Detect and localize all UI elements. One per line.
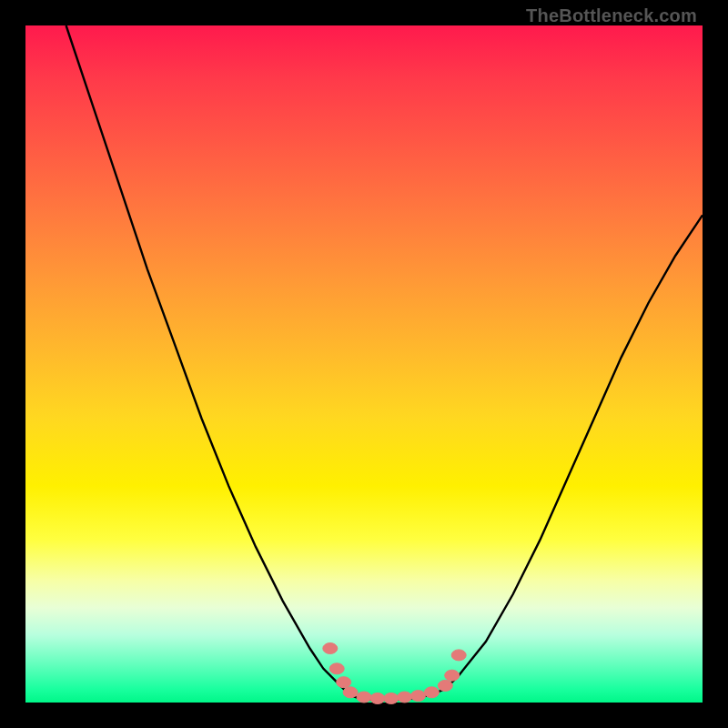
data-marker: [323, 643, 338, 654]
curve-layer: [25, 25, 703, 703]
data-marker: [445, 670, 460, 681]
data-marker: [370, 693, 385, 704]
data-marker: [438, 680, 452, 691]
data-marker: [451, 650, 466, 661]
data-marker: [329, 663, 344, 674]
data-marker: [357, 692, 371, 703]
bottleneck-curve: [66, 25, 703, 700]
chart-frame: TheBottleneck.com: [0, 0, 728, 728]
marker-group: [323, 643, 466, 704]
data-marker: [424, 687, 439, 698]
data-marker: [411, 691, 426, 702]
watermark-text: TheBottleneck.com: [526, 5, 697, 26]
data-marker: [343, 687, 358, 698]
plot-area: [25, 25, 703, 703]
data-marker: [384, 693, 399, 704]
data-marker: [398, 692, 412, 703]
valley-curve: [66, 25, 703, 700]
data-marker: [337, 677, 351, 688]
